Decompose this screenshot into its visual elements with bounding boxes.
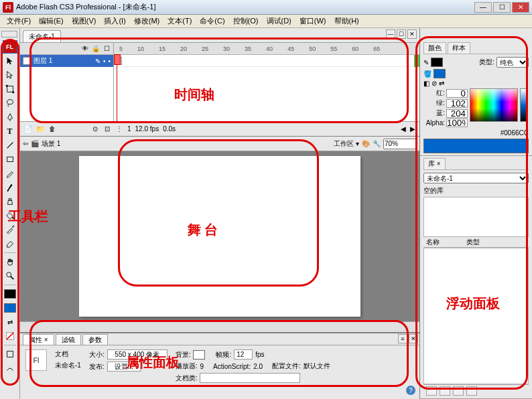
swap-colors-tool[interactable]: ⇄ bbox=[3, 315, 17, 329]
eye-icon[interactable]: 👁 bbox=[81, 45, 89, 53]
edit-multi-icon[interactable]: ⋮ bbox=[115, 125, 123, 133]
fill-icon[interactable]: 🪣 bbox=[423, 70, 431, 78]
rectangle-tool[interactable] bbox=[3, 153, 17, 166]
hue-slider[interactable] bbox=[520, 88, 527, 122]
stroke-color-tool[interactable] bbox=[3, 287, 17, 301]
delete-layer-icon[interactable]: 🗑 bbox=[48, 125, 56, 133]
maximize-button[interactable]: ☐ bbox=[493, 2, 511, 13]
library-doc-select[interactable]: 未命名-1 bbox=[423, 173, 529, 183]
red-input[interactable] bbox=[446, 89, 468, 98]
docclass-input[interactable] bbox=[200, 373, 300, 383]
swap-icon[interactable]: ⇄ bbox=[439, 80, 444, 87]
onion-outline-icon[interactable]: ⊡ bbox=[103, 125, 111, 133]
panel-close-icon[interactable]: ✕ bbox=[409, 334, 418, 343]
timeline-ruler[interactable]: 5 10 15 20 25 30 35 40 45 50 55 60 65 bbox=[114, 43, 419, 54]
flash-icon[interactable]: FL bbox=[3, 40, 17, 54]
stroke-color-swatch[interactable] bbox=[431, 58, 443, 67]
hand-tool[interactable] bbox=[3, 255, 17, 268]
doc-minimize-icon[interactable]: — bbox=[386, 29, 395, 39]
col-name[interactable]: 名称 bbox=[426, 238, 440, 247]
menu-modify[interactable]: 修改(M) bbox=[130, 15, 164, 27]
fps-input[interactable] bbox=[234, 349, 253, 360]
timeline-frames[interactable] bbox=[114, 55, 419, 121]
new-symbol-icon[interactable] bbox=[426, 386, 437, 396]
layer-visible-dot[interactable]: • bbox=[103, 58, 106, 65]
menu-window[interactable]: 窗口(W) bbox=[295, 15, 330, 27]
properties-icon[interactable] bbox=[453, 386, 464, 396]
new-folder-lib-icon[interactable] bbox=[440, 386, 450, 396]
menu-file[interactable]: 文件(F) bbox=[3, 15, 35, 27]
bw-icon[interactable]: ◧ bbox=[423, 80, 429, 87]
doc-restore-icon[interactable]: ☐ bbox=[397, 29, 406, 39]
nocolor-icon[interactable]: ⊘ bbox=[431, 80, 437, 87]
paint-bucket-tool[interactable] bbox=[3, 209, 17, 222]
edit-symbol-icon[interactable]: 🔧 bbox=[373, 140, 381, 147]
hex-value[interactable]: #0066CC bbox=[501, 129, 529, 137]
tab-properties[interactable]: 属性 × bbox=[23, 334, 54, 345]
menu-edit[interactable]: 编辑(E) bbox=[35, 15, 68, 27]
horizontal-scrollbar[interactable] bbox=[20, 321, 419, 332]
selection-tool[interactable] bbox=[3, 54, 17, 68]
text-tool[interactable]: T bbox=[3, 125, 17, 138]
menu-control[interactable]: 控制(O) bbox=[229, 15, 263, 27]
color-spectrum[interactable] bbox=[470, 88, 518, 122]
stroke-icon[interactable]: ✎ bbox=[423, 59, 429, 66]
tool-option-1[interactable] bbox=[3, 347, 17, 361]
lock-icon[interactable]: 🔒 bbox=[92, 45, 100, 53]
publish-settings-button[interactable]: 设置... bbox=[107, 362, 141, 372]
eraser-tool[interactable] bbox=[3, 237, 17, 250]
tool-option-2[interactable] bbox=[3, 362, 17, 375]
outline-icon[interactable]: ☐ bbox=[103, 45, 111, 53]
timeline-scroll-right[interactable]: ▶ bbox=[410, 125, 415, 133]
menu-view[interactable]: 视图(V) bbox=[68, 15, 101, 27]
back-icon[interactable]: ⇦ bbox=[23, 140, 28, 147]
menu-command[interactable]: 命令(C) bbox=[196, 15, 228, 27]
tab-params[interactable]: 参数 bbox=[82, 334, 108, 345]
fill-type-select[interactable]: 纯色 bbox=[496, 57, 529, 68]
fill-color-tool[interactable] bbox=[3, 301, 17, 315]
brush-tool[interactable] bbox=[3, 181, 17, 194]
alpha-input[interactable] bbox=[446, 118, 468, 127]
timeline-layer-row[interactable]: 图层 1 ✎ • • bbox=[20, 55, 113, 67]
new-folder-icon[interactable]: 📁 bbox=[36, 125, 44, 133]
no-color-tool[interactable] bbox=[3, 329, 17, 343]
stage-canvas[interactable] bbox=[79, 156, 360, 317]
close-button[interactable]: ✕ bbox=[512, 2, 529, 13]
col-type[interactable]: 类型 bbox=[466, 238, 480, 247]
tab-color[interactable]: 颜色 bbox=[423, 42, 446, 54]
workarea-dropdown[interactable]: 工作区 ▾ bbox=[334, 139, 359, 149]
free-transform-tool[interactable] bbox=[3, 82, 17, 96]
pen-tool[interactable] bbox=[3, 110, 17, 124]
new-layer-icon[interactable]: 📄 bbox=[24, 125, 32, 133]
tab-library[interactable]: 库 × bbox=[423, 158, 446, 169]
doc-close-icon[interactable]: ✕ bbox=[407, 29, 417, 39]
menu-debug[interactable]: 调试(D) bbox=[263, 15, 295, 27]
edit-scene-icon[interactable]: 🎨 bbox=[362, 140, 370, 147]
menu-help[interactable]: 帮助(H) bbox=[330, 15, 363, 27]
subselection-tool[interactable] bbox=[3, 68, 17, 82]
size-button[interactable]: 550 x 400 像素 bbox=[107, 349, 168, 360]
layer-lock-dot[interactable]: • bbox=[108, 58, 111, 65]
playhead[interactable] bbox=[117, 55, 117, 121]
timeline-scroll-left[interactable]: ◀ bbox=[401, 125, 406, 133]
minimize-button[interactable]: — bbox=[474, 2, 492, 13]
panel-menu-icon[interactable]: ≡ bbox=[398, 334, 407, 343]
eyedropper-tool[interactable] bbox=[3, 223, 17, 236]
menu-text[interactable]: 文本(T) bbox=[163, 15, 196, 27]
ink-bottle-tool[interactable] bbox=[3, 195, 17, 208]
fill-color-swatch[interactable] bbox=[434, 69, 446, 78]
pencil-tool[interactable] bbox=[3, 167, 17, 180]
stage-area[interactable] bbox=[20, 151, 419, 321]
library-list[interactable] bbox=[423, 248, 529, 384]
lasso-tool[interactable] bbox=[3, 96, 17, 110]
tab-filters[interactable]: 滤镜 bbox=[56, 334, 81, 345]
line-tool[interactable] bbox=[3, 139, 17, 152]
blue-input[interactable] bbox=[446, 109, 468, 118]
help-icon[interactable]: ? bbox=[406, 386, 415, 395]
tab-swatches[interactable]: 样本 bbox=[448, 42, 470, 54]
bg-color-swatch[interactable] bbox=[193, 350, 205, 360]
menu-insert[interactable]: 插入(I) bbox=[100, 15, 129, 27]
onion-icon[interactable]: ⊙ bbox=[91, 125, 99, 133]
delete-icon[interactable] bbox=[466, 386, 477, 396]
green-input[interactable] bbox=[446, 99, 468, 108]
